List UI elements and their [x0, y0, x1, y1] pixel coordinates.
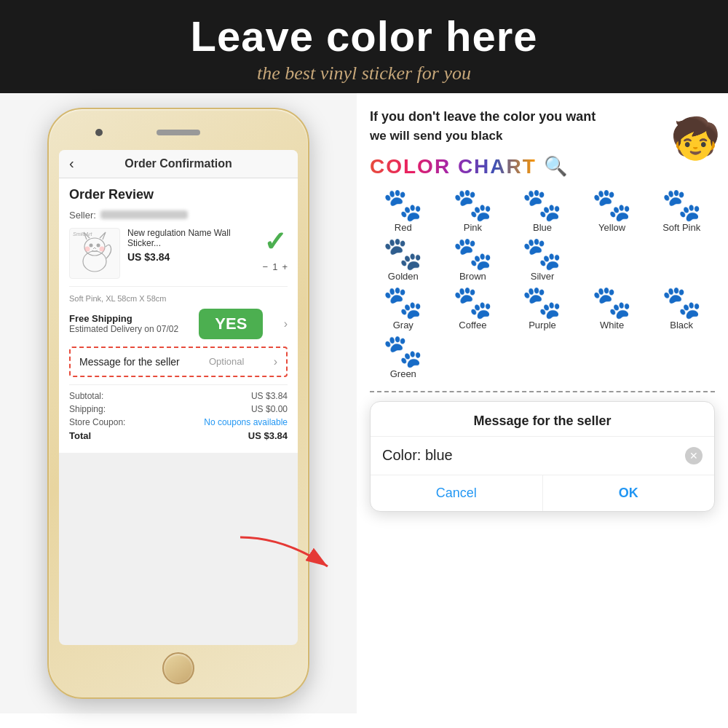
header-subtitle: the best vinyl sticker for you [7, 63, 721, 84]
paw-icon-black: 🐾 [662, 286, 702, 318]
shipping-cost-value: US $0.00 [251, 404, 288, 414]
shipping-row: Free Shipping Estimated Delivery on 07/0… [69, 309, 288, 339]
color-item-red[interactable]: 🐾 Red [370, 189, 437, 233]
paw-label-silver: Silver [531, 271, 555, 282]
message-optional: Optional [209, 356, 244, 367]
color-item-white[interactable]: 🐾 White [579, 286, 646, 331]
quantity-value: 1 [272, 261, 277, 272]
dialog-ok-button[interactable]: OK [543, 475, 715, 511]
color-item-golden[interactable]: 🐾 Golden [370, 237, 437, 282]
color-item-empty [648, 237, 715, 282]
paw-icon-coffee: 🐾 [453, 286, 493, 318]
paw-icon-silver: 🐾 [522, 237, 562, 269]
product-name: New regulation Name Wall Sticker... [127, 228, 256, 248]
paw-label-green: Green [390, 368, 416, 379]
plus-icon[interactable]: + [282, 261, 288, 272]
color-item-brown[interactable]: 🐾 Brown [440, 237, 507, 282]
seller-label: Seller: [69, 210, 96, 221]
color-item-green[interactable]: 🐾 Green [370, 335, 437, 379]
paw-icon-white: 🐾 [592, 286, 632, 318]
paw-label-soft pink: Soft Pink [662, 222, 700, 233]
paw-label-white: White [600, 320, 624, 331]
product-info: New regulation Name Wall Sticker... US $… [127, 228, 256, 263]
color-grid: 🐾 Red 🐾 Pink 🐾 Blue 🐾 Yellow 🐾 Soft Pink… [370, 189, 715, 379]
paw-label-gray: Gray [393, 320, 414, 331]
paw-label-pink: Pink [464, 222, 482, 233]
right-section: If you don't leave the color you want we… [357, 93, 728, 713]
product-variant: Soft Pink, XL 58cm X 58cm [69, 294, 288, 303]
color-item-soft-pink[interactable]: 🐾 Soft Pink [648, 189, 715, 233]
paw-label-golden: Golden [388, 271, 419, 282]
subtotal-label: Subtotal: [69, 391, 103, 401]
color-chart-header: COLOR CHART 🔍 [370, 155, 715, 178]
quantity-control[interactable]: − 1 + [263, 261, 288, 272]
paw-label-coffee: Coffee [459, 320, 486, 331]
paw-icon-soft pink: 🐾 [662, 189, 702, 221]
product-image: SmiloArt [69, 228, 120, 279]
message-row[interactable]: Message for the seller Optional › [69, 347, 288, 377]
paw-label-yellow: Yellow [598, 222, 625, 233]
order-review-title: Order Review [69, 187, 288, 202]
coupon-row: Store Coupon: No coupons available [69, 417, 288, 427]
paw-icon-red: 🐾 [383, 189, 423, 221]
paw-icon-yellow: 🐾 [592, 189, 632, 221]
shipping-info: Free Shipping Estimated Delivery on 07/0… [69, 313, 178, 334]
dialog-title: Message for the seller [371, 402, 714, 437]
magnifier-icon: 🔍 [544, 155, 567, 178]
paw-icon-brown: 🐾 [453, 237, 493, 269]
checkmark-icon: ✓ [264, 228, 287, 256]
color-item-empty [579, 237, 646, 282]
paw-icon-blue: 🐾 [522, 189, 562, 221]
screen-body: Order Review Seller: SmiloArt [59, 178, 298, 453]
message-label: Message for the seller [79, 356, 180, 368]
total-value: US $3.84 [248, 430, 288, 441]
color-item-black[interactable]: 🐾 Black [648, 286, 715, 331]
subtotal-row: Subtotal: US $3.84 [69, 391, 288, 401]
color-item-coffee[interactable]: 🐾 Coffee [440, 286, 507, 331]
svg-point-3 [97, 243, 100, 247]
product-logo: SmiloArt [73, 232, 92, 237]
message-dialog: Message for the seller Color: blue ✕ Can… [370, 401, 715, 512]
color-item-gray[interactable]: 🐾 Gray [370, 286, 437, 331]
shipping-cost-row: Shipping: US $0.00 [69, 404, 288, 414]
phone-camera [95, 129, 103, 136]
color-item-pink[interactable]: 🐾 Pink [440, 189, 507, 233]
color-item-silver[interactable]: 🐾 Silver [509, 237, 576, 282]
message-chevron-icon: › [274, 355, 277, 368]
dialog-clear-button[interactable]: ✕ [685, 447, 703, 464]
paw-label-brown: Brown [459, 271, 486, 282]
dialog-cancel-button[interactable]: Cancel [371, 475, 543, 511]
svg-point-5 [100, 246, 105, 251]
pikachu-drawing [74, 231, 116, 276]
screen-title: Order Confirmation [124, 157, 232, 170]
delivery-info: Estimated Delivery on 07/02 [69, 324, 178, 334]
chevron-right-icon: › [284, 317, 288, 331]
paw-icon-green: 🐾 [383, 335, 423, 367]
yes-button[interactable]: YES [199, 309, 263, 339]
dialog-buttons: Cancel OK [371, 475, 714, 511]
seller-row: Seller: [69, 210, 288, 221]
dialog-input-text[interactable]: Color: blue [382, 447, 679, 464]
paw-icon-pink: 🐾 [453, 189, 493, 221]
coupon-value: No coupons available [204, 417, 288, 427]
paw-label-blue: Blue [533, 222, 552, 233]
product-price: US $3.84 [127, 251, 256, 263]
color-item-yellow[interactable]: 🐾 Yellow [579, 189, 646, 233]
page-header: Leave color here the best vinyl sticker … [0, 0, 728, 93]
paw-icon-golden: 🐾 [383, 237, 423, 269]
seller-info [100, 210, 188, 219]
product-row: SmiloArt [69, 228, 288, 287]
svg-point-4 [85, 246, 90, 251]
phone-mockup: ‹ Order Confirmation Order Review Seller… [47, 108, 309, 699]
back-icon[interactable]: ‹ [69, 155, 74, 172]
subtotal-value: US $3.84 [251, 391, 288, 401]
minus-icon[interactable]: − [263, 261, 269, 272]
svg-point-2 [90, 243, 93, 247]
phone-section: ‹ Order Confirmation Order Review Seller… [0, 93, 357, 713]
dialog-input-row[interactable]: Color: blue ✕ [371, 437, 714, 475]
paw-label-red: Red [395, 222, 412, 233]
color-item-blue[interactable]: 🐾 Blue [509, 189, 576, 233]
total-row: Total US $3.84 [69, 430, 288, 441]
color-item-purple[interactable]: 🐾 Purple [509, 286, 576, 331]
home-button[interactable] [162, 652, 194, 684]
